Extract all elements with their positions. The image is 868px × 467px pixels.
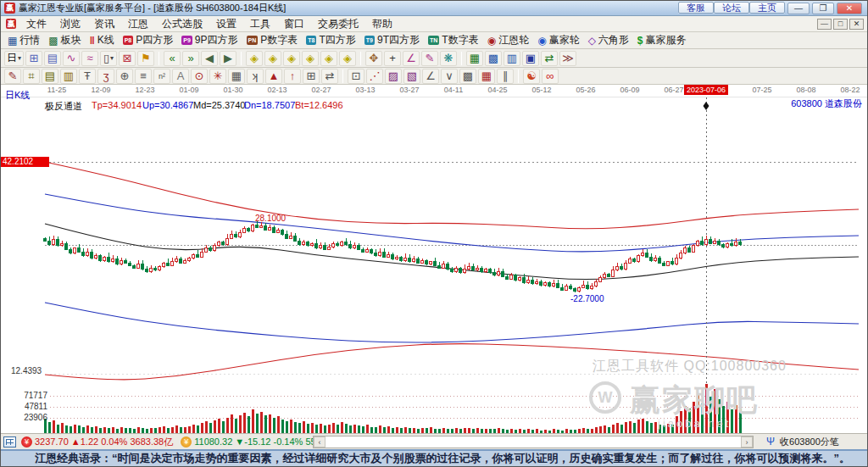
- color-style-icon[interactable]: ⚑: [137, 51, 154, 66]
- price-grid-icon[interactable]: ▥: [60, 69, 77, 84]
- sector-button[interactable]: ▩板块: [44, 32, 85, 48]
- menu-item-9[interactable]: 交易委托: [311, 16, 365, 32]
- rect-select-icon[interactable]: ⊡: [348, 69, 364, 84]
- gann-wheel-button[interactable]: ◉江恩轮: [483, 32, 533, 48]
- p-square-button[interactable]: P8P四方形: [119, 32, 178, 48]
- a-wave-icon[interactable]: A: [172, 69, 189, 84]
- parallel-lines-icon[interactable]: ∥: [497, 69, 514, 84]
- angle-line-icon[interactable]: ∠: [422, 69, 439, 84]
- hatch-tool-icon[interactable]: ⌗: [23, 69, 40, 84]
- mdi-control-3[interactable]: ✕: [849, 19, 864, 30]
- pencil-tool-icon[interactable]: ✎: [4, 69, 21, 84]
- p-number-button[interactable]: PNP数字表: [242, 32, 303, 48]
- fence-icon[interactable]: ⊞: [303, 69, 320, 84]
- crosshair-tool-icon[interactable]: +: [384, 51, 401, 66]
- menu-item-7[interactable]: 工具: [243, 16, 277, 32]
- p9-square-button[interactable]: P99P四方形: [177, 32, 242, 48]
- box-grid-icon[interactable]: ▦: [228, 69, 245, 84]
- k-mark-icon[interactable]: ʞ: [247, 69, 264, 84]
- candle-style-dropdown[interactable]: ▯▾: [100, 51, 117, 66]
- angle-tool-icon[interactable]: ∠: [403, 51, 420, 66]
- minimize-button[interactable]: —: [787, 3, 810, 14]
- remote-icon[interactable]: ≫: [559, 51, 576, 66]
- yinyang-icon[interactable]: ☯: [523, 69, 540, 84]
- last-page-icon[interactable]: »: [182, 51, 199, 66]
- calendar-icon[interactable]: ▦: [466, 51, 483, 66]
- menu-item-6[interactable]: 设置: [209, 16, 243, 32]
- period-label[interactable]: 日K线: [5, 89, 30, 102]
- spiral-icon[interactable]: ʒ: [97, 69, 114, 84]
- save-icon[interactable]: ▣: [522, 51, 539, 66]
- sector-icon: ▩: [48, 36, 58, 46]
- title-button-1[interactable]: 客服: [678, 2, 714, 14]
- fan-lines-icon[interactable]: ⋰: [366, 69, 383, 84]
- period-day-dropdown[interactable]: 日▾: [4, 51, 24, 66]
- mdi-control-1[interactable]: —: [817, 19, 832, 30]
- calculator-icon[interactable]: ▩: [485, 51, 502, 66]
- gann-h-diamond-icon[interactable]: ◈: [283, 51, 300, 66]
- wave-ruler-icon[interactable]: ≡: [135, 69, 152, 84]
- report-icon[interactable]: ▥: [504, 51, 520, 66]
- title-button-2[interactable]: 论坛: [714, 2, 749, 14]
- title-button-3[interactable]: 主页: [749, 2, 785, 14]
- scroll-left-arrow[interactable]: ‹: [314, 436, 326, 448]
- quote-button[interactable]: ▦行情: [3, 32, 44, 48]
- restore-button[interactable]: ❐: [812, 3, 834, 14]
- hide-kline-icon[interactable]: ⊠: [119, 51, 136, 66]
- hand-tool-icon[interactable]: ✥: [365, 51, 382, 66]
- time-ruler-icon[interactable]: Ŧ: [79, 69, 96, 84]
- prev-bar-icon[interactable]: ◀: [201, 51, 218, 66]
- grid-dense-icon[interactable]: ▩: [459, 69, 476, 84]
- hexagon-button[interactable]: ◇六角形: [584, 32, 633, 48]
- gann-down-diamond-icon[interactable]: ◈: [320, 51, 337, 66]
- date-axis-tick: 11-25: [47, 86, 66, 94]
- info-panel-icon[interactable]: ▤: [44, 51, 61, 66]
- star-cycle-icon[interactable]: ✳: [209, 69, 226, 84]
- send-icon[interactable]: ⇄: [541, 51, 558, 66]
- mdi-control-2[interactable]: □: [833, 19, 848, 30]
- analyze-tool-icon[interactable]: ❋: [440, 51, 457, 66]
- scroll-right-arrow[interactable]: ›: [741, 436, 753, 448]
- target-circle-icon[interactable]: ⊙: [191, 69, 208, 84]
- toolbar-separator: [241, 52, 242, 65]
- infinity-icon[interactable]: ∞: [542, 69, 559, 84]
- menu-item-10[interactable]: 帮助: [365, 16, 399, 32]
- menu-item-4[interactable]: 江恩: [121, 16, 155, 32]
- t-square-icon: T8: [306, 36, 316, 45]
- grid-red-icon[interactable]: ▦: [478, 69, 495, 84]
- gann-left-diamond-icon[interactable]: ◈: [246, 51, 263, 66]
- check-wave-icon[interactable]: ∨: [441, 69, 458, 84]
- horizontal-scrollbar[interactable]: ‹ ›: [313, 436, 754, 448]
- width-mark-icon[interactable]: ⇄: [321, 69, 338, 84]
- mini-trend-icon[interactable]: ∿: [63, 51, 80, 66]
- t-square-button[interactable]: T8T四方形: [302, 32, 360, 48]
- window-layout-icon[interactable]: ⊞: [25, 51, 42, 66]
- next-bar-icon[interactable]: ▶: [220, 51, 236, 66]
- gann-right-diamond-icon[interactable]: ◈: [264, 51, 281, 66]
- menu-item-8[interactable]: 窗口: [277, 16, 311, 32]
- kline-button[interactable]: ‖K线: [86, 32, 119, 48]
- close-button[interactable]: ✕: [837, 3, 862, 14]
- shade-box-icon[interactable]: ▨: [385, 69, 402, 84]
- menu-item-1[interactable]: 文件: [19, 16, 53, 32]
- gann-grid-icon[interactable]: ▤: [42, 69, 58, 84]
- n-square-icon[interactable]: n²: [153, 69, 170, 84]
- winner-wheel-button[interactable]: ◉赢家轮: [533, 32, 583, 48]
- label-tool-icon[interactable]: ✎: [421, 51, 438, 66]
- menu-item-5[interactable]: 公式选股: [155, 16, 209, 32]
- grid-icon[interactable]: [3, 436, 16, 448]
- pattern-box-icon[interactable]: ▧: [403, 69, 420, 84]
- menu-item-2[interactable]: 浏览: [53, 16, 87, 32]
- first-page-icon[interactable]: «: [164, 51, 181, 66]
- flagpole-icon[interactable]: ↑: [284, 69, 301, 84]
- gann-all-diamond-icon[interactable]: ◈: [339, 51, 356, 66]
- menu-item-3[interactable]: 资讯: [87, 16, 121, 32]
- gann-up-diamond-icon[interactable]: ◈: [302, 51, 319, 66]
- t9-square-button[interactable]: T99T四方形: [360, 32, 424, 48]
- winner-service-button[interactable]: $赢家服务: [633, 32, 691, 48]
- cycle-circle-icon[interactable]: ⊕: [116, 69, 133, 84]
- quote-icon: ▦: [8, 36, 17, 46]
- t-number-button[interactable]: TNT数字表: [424, 32, 483, 48]
- mini-trend2-icon[interactable]: ≈: [81, 51, 98, 66]
- arrow-mark-icon[interactable]: ▲: [265, 69, 282, 84]
